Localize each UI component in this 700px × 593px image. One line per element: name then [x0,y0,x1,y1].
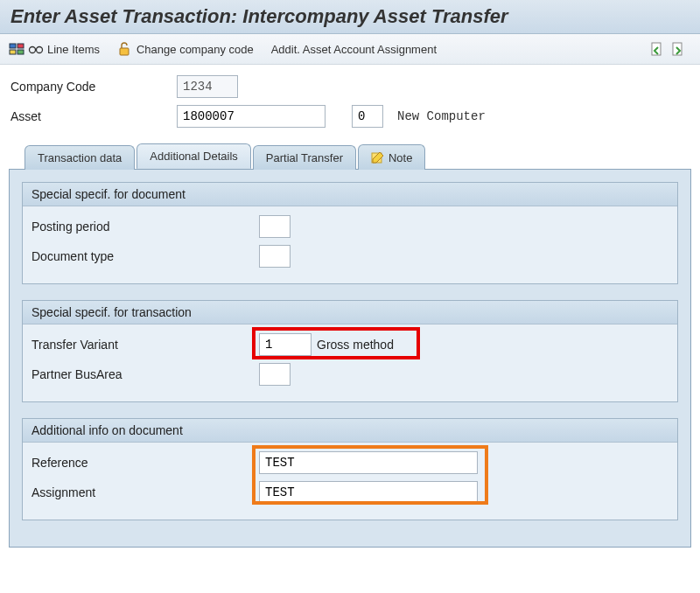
group-special-document: Special specif. for document Posting per… [22,182,678,284]
group-title: Special specif. for document [23,183,677,206]
tab-additional-details[interactable]: Additional Details [136,143,250,169]
assignment-input[interactable] [259,481,478,504]
group-additional-info: Additional info on document Reference As… [22,418,678,520]
group-title: Special specif. for transaction [23,301,677,324]
reference-input[interactable] [259,451,478,474]
tab-container: Transaction data Additional Details Part… [9,143,691,548]
line-items-label: Line Items [47,43,100,56]
transfer-variant-text: Gross method [317,338,394,352]
partner-busarea-label: Partner BusArea [32,367,259,381]
transfer-variant-input[interactable] [259,333,312,356]
asset-description: New Computer [397,109,486,123]
header-form: Company Code Asset New Computer [0,65,700,128]
tab-transaction-data[interactable]: Transaction data [24,145,135,170]
addit-asset-assignment-button[interactable]: Addit. Asset Account Assignment [271,43,437,56]
document-type-input[interactable] [259,245,290,268]
reference-label: Reference [32,456,259,470]
glasses-icon [28,41,44,57]
posting-period-label: Posting period [32,220,259,234]
tab-partial-transfer[interactable]: Partial Transfer [253,145,356,170]
group-special-transaction: Special specif. for transaction Transfer… [22,300,678,402]
doc-prev-icon[interactable] [649,41,665,57]
tab-panel-additional-details: Special specif. for document Posting per… [9,169,691,548]
svg-rect-6 [120,48,129,55]
transfer-variant-label: Transfer Variant [32,338,259,352]
company-code-input[interactable] [177,75,238,98]
tab-strip: Transaction data Additional Details Part… [9,143,691,169]
partner-busarea-input[interactable] [259,363,290,386]
line-items-button[interactable]: Line Items [9,41,100,57]
change-company-code-button[interactable]: Change company code [117,41,254,57]
svg-rect-2 [10,50,16,54]
assignment-label: Assignment [32,485,259,499]
title-bar: Enter Asset Transaction: Intercompany As… [0,0,700,34]
svg-rect-3 [18,50,24,54]
tab-note[interactable]: Note [358,144,425,170]
doc-next-icon[interactable] [670,41,686,57]
note-icon [371,150,385,164]
page-title: Enter Asset Transaction: Intercompany As… [10,5,690,28]
toolbar: Line Items Change company code Addit. As… [0,34,700,65]
grid-icon [9,41,24,57]
svg-rect-0 [10,44,16,48]
document-type-label: Document type [32,249,259,263]
svg-rect-1 [18,44,24,48]
posting-period-input[interactable] [259,215,290,238]
tab-label: Additional Details [150,150,237,163]
addit-assign-label: Addit. Asset Account Assignment [271,43,437,56]
asset-input[interactable] [177,105,326,128]
tab-label: Partial Transfer [266,151,343,164]
asset-label: Asset [10,109,177,123]
tab-label: Transaction data [38,151,122,164]
change-cc-label: Change company code [136,43,254,56]
svg-point-4 [30,47,36,53]
unlock-icon [117,41,133,57]
svg-point-5 [37,47,43,53]
tab-label: Note [388,151,412,164]
group-title: Additional info on document [23,419,677,443]
company-code-label: Company Code [10,80,177,94]
asset-sub-input[interactable] [352,105,383,128]
